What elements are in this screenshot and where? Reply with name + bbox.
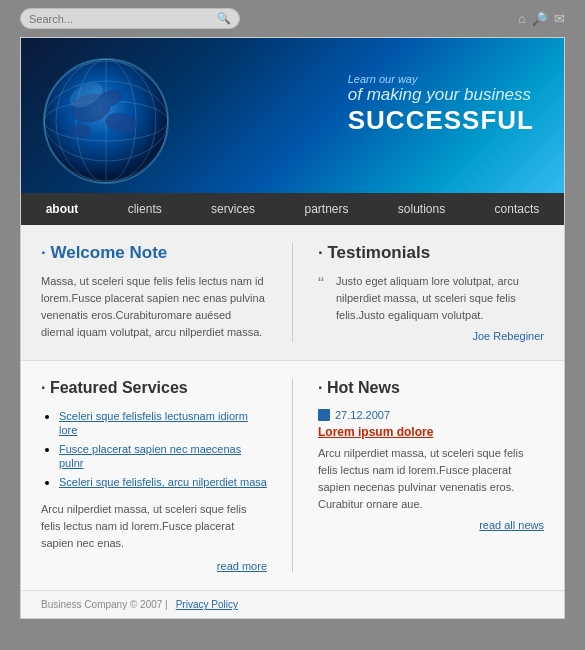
mail-icon[interactable]: ✉	[554, 11, 565, 26]
search-icon: 🔍	[217, 12, 231, 25]
divider-vertical	[292, 243, 293, 342]
calendar-icon	[318, 409, 330, 421]
divider-vertical-2	[292, 379, 293, 572]
search-icon-top[interactable]: 🔎	[532, 11, 548, 26]
globe-image	[31, 43, 191, 193]
featured-link-3[interactable]: Sceleri sque felisfelis, arcu nilperdiet…	[59, 476, 267, 488]
testimonials-body: “ Justo eget aliquam lore volutpat, arcu…	[318, 273, 544, 324]
nav-contacts[interactable]: contacts	[481, 194, 554, 224]
news-body: Arcu nilperdiet massa, ut sceleri sque f…	[318, 445, 544, 513]
svg-point-11	[71, 124, 91, 138]
nav-clients[interactable]: clients	[114, 194, 176, 224]
nav-about[interactable]: about	[32, 194, 93, 224]
featured-link-2[interactable]: Fusce placerat sapien nec maecenas pulnr	[59, 443, 241, 469]
featured-link-1[interactable]: Sceleri sque felisfelis lectusnam idiorm…	[59, 410, 248, 436]
main-box: Learn our way of making your business SU…	[20, 37, 565, 619]
featured-title: · Featured Services	[41, 379, 267, 397]
hot-news-section: · Hot News 27.12.2007 Lorem ipsum dolore…	[318, 379, 544, 572]
testimonials-author: Joe Rebeginer	[318, 330, 544, 342]
featured-links-list: Sceleri sque felisfelis lectusnam idiorm…	[41, 409, 267, 489]
top-icons: ⌂ 🔎 ✉	[518, 11, 565, 26]
hero-text: Learn our way of making your business SU…	[348, 73, 534, 136]
list-item: Fusce placerat sapien nec maecenas pulnr	[59, 442, 267, 470]
nav-bar: about clients services partners solution…	[21, 193, 564, 225]
hot-news-title: · Hot News	[318, 379, 544, 397]
list-item: Sceleri sque felisfelis lectusnam idiorm…	[59, 409, 267, 437]
testimonials-title: · Testimonials	[318, 243, 544, 263]
nav-services[interactable]: services	[197, 194, 269, 224]
home-icon[interactable]: ⌂	[518, 11, 526, 26]
search-input[interactable]	[29, 13, 217, 25]
read-more-link[interactable]: read more	[41, 560, 267, 572]
nav-solutions[interactable]: solutions	[384, 194, 459, 224]
hero-making-text: of making your business	[348, 85, 534, 105]
search-container[interactable]: 🔍	[20, 8, 240, 29]
list-item: Sceleri sque felisfelis, arcu nilperdiet…	[59, 475, 267, 489]
quote-mark: “	[318, 271, 324, 299]
footer-copyright: Business Company © 2007 |	[41, 599, 168, 610]
top-bar: 🔍 ⌂ 🔎 ✉	[0, 0, 585, 37]
news-headline[interactable]: Lorem ipsum dolore	[318, 425, 544, 439]
hero-banner: Learn our way of making your business SU…	[21, 38, 564, 193]
featured-body: Arcu nilperdiet massa, ut sceleri sque f…	[41, 501, 267, 552]
news-date: 27.12.2007	[318, 409, 544, 421]
featured-section: · Featured Services Sceleri sque felisfe…	[41, 379, 267, 572]
hero-successful-text: SUCCESSFUL	[348, 105, 534, 136]
testimonials-section: · Testimonials “ Justo eget aliquam lore…	[318, 243, 544, 342]
privacy-policy-link[interactable]: Privacy Policy	[176, 599, 238, 610]
welcome-body: Massa, ut sceleri sque felis felis lectu…	[41, 273, 267, 341]
hero-learn-text: Learn our way	[348, 73, 534, 85]
bottom-content: · Featured Services Sceleri sque felisfe…	[21, 361, 564, 590]
outer-wrapper: 🔍 ⌂ 🔎 ✉	[0, 0, 585, 650]
footer: Business Company © 2007 | Privacy Policy	[21, 590, 564, 618]
top-content: · Welcome Note Massa, ut sceleri sque fe…	[21, 225, 564, 361]
read-all-news-link[interactable]: read all news	[318, 519, 544, 531]
welcome-section: · Welcome Note Massa, ut sceleri sque fe…	[41, 243, 267, 342]
nav-partners[interactable]: partners	[290, 194, 362, 224]
welcome-title: · Welcome Note	[41, 243, 267, 263]
